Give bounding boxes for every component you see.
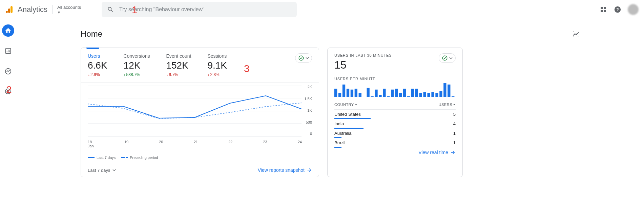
status-chip[interactable]	[439, 53, 456, 63]
users-cell: 5	[453, 112, 456, 117]
side-nav	[0, 19, 16, 219]
search-input[interactable]	[119, 6, 291, 13]
svg-rect-4	[604, 7, 606, 9]
svg-rect-52	[439, 91, 442, 97]
check-circle-icon	[298, 55, 304, 61]
insights-icon	[572, 30, 580, 38]
svg-rect-40	[391, 90, 394, 97]
svg-point-18	[573, 36, 574, 36]
svg-rect-5	[601, 10, 603, 12]
svg-rect-36	[375, 90, 377, 97]
chart-legend: Last 7 days Preceding period	[81, 151, 319, 163]
svg-point-25	[442, 56, 447, 60]
metric-tab-sessions[interactable]: Sessions 9.1K ↓2.3%	[207, 48, 227, 83]
users-cell: 1	[453, 131, 456, 136]
annotation-3: 3	[244, 63, 250, 74]
realtime-card: USERS IN LAST 30 MINUTES 15 USERS PER MI…	[327, 48, 463, 177]
metric-value: 6.6K	[88, 60, 107, 71]
header-actions: ?	[599, 4, 639, 15]
svg-rect-43	[403, 89, 406, 97]
svg-point-16	[573, 31, 574, 32]
svg-rect-29	[347, 89, 349, 97]
svg-rect-42	[399, 93, 402, 97]
view-reports-snapshot-link[interactable]: View reports snapshot	[258, 167, 312, 173]
metric-tab-users[interactable]: Users 6.6K ↓2.9%	[88, 48, 107, 83]
caret-down-icon	[112, 168, 116, 172]
status-chip[interactable]	[295, 53, 312, 63]
caret-down-icon	[449, 56, 453, 60]
date-range-picker[interactable]: Last 7 days	[88, 168, 116, 173]
svg-rect-48	[423, 92, 426, 97]
arrow-right-icon	[307, 167, 312, 173]
country-cell: Australia	[334, 131, 453, 136]
metric-label: Conversions	[124, 53, 150, 59]
help-icon[interactable]: ?	[614, 5, 622, 14]
metric-label: Sessions	[207, 53, 227, 59]
nav-home[interactable]	[2, 24, 14, 37]
account-picker[interactable]: All accounts ▼	[57, 5, 81, 14]
svg-rect-34	[367, 88, 369, 97]
metric-delta: ↓2.9%	[88, 72, 107, 77]
insights-button[interactable]	[564, 27, 580, 41]
svg-point-19	[299, 56, 304, 60]
x-axis-labels: 18Jan192021222324	[88, 140, 312, 148]
legend-preceding: Preceding period	[121, 156, 158, 160]
card-footer: Last 7 days View reports snapshot	[81, 163, 319, 177]
col-users[interactable]: USERS	[439, 103, 456, 107]
metric-label: Users	[88, 53, 107, 59]
svg-rect-47	[419, 93, 422, 97]
view-realtime-link[interactable]: View real time	[418, 150, 456, 155]
nav-explore[interactable]	[2, 65, 14, 77]
svg-rect-32	[359, 93, 361, 97]
arrow-down-icon: ↓	[166, 72, 168, 77]
svg-rect-0	[11, 6, 13, 13]
svg-rect-55	[452, 96, 454, 97]
home-icon	[5, 27, 12, 34]
metric-tab-events[interactable]: Event count 152K ↓9.7%	[166, 48, 191, 83]
table-header: COUNTRY USERS	[334, 100, 456, 110]
caret-down-icon	[355, 103, 357, 106]
sparkline-chart	[328, 83, 462, 97]
svg-rect-28	[342, 85, 345, 97]
arrow-down-icon: ↓	[207, 72, 209, 77]
svg-rect-49	[427, 93, 430, 97]
metric-tab-conversions[interactable]: Conversions 12K ↑538.7%	[124, 48, 150, 83]
search-bar[interactable]	[102, 2, 297, 17]
svg-rect-37	[379, 95, 381, 97]
cards-row: Users 6.6K ↓2.9% Conversions 12K ↑538.7%…	[81, 48, 580, 177]
metric-label: Event count	[166, 53, 191, 59]
svg-rect-41	[395, 89, 398, 97]
apps-icon[interactable]	[599, 5, 607, 14]
avatar[interactable]	[628, 4, 639, 15]
annotation-1: 1	[132, 4, 138, 16]
page-header: Home	[81, 27, 580, 41]
table-row: India4	[334, 119, 456, 129]
svg-rect-53	[443, 83, 446, 97]
nav-reports[interactable]	[2, 45, 14, 57]
arrow-down-icon: ↓	[88, 72, 90, 77]
svg-rect-51	[435, 93, 438, 97]
svg-point-2	[6, 11, 8, 13]
realtime-table: COUNTRY USERS United States5India4Austra…	[328, 97, 462, 148]
country-cell: Brazil	[334, 140, 453, 145]
svg-rect-54	[448, 85, 450, 97]
page-title: Home	[81, 29, 564, 39]
check-circle-icon	[442, 55, 448, 61]
sparkline-svg	[334, 83, 456, 97]
header-divider	[52, 5, 53, 14]
metric-value: 152K	[166, 60, 191, 71]
realtime-label: USERS IN LAST 30 MINUTES	[334, 53, 456, 57]
svg-rect-30	[351, 90, 353, 97]
table-row: Australia1	[334, 129, 456, 138]
analytics-logo-icon	[5, 5, 14, 14]
caret-down-icon: ▼	[57, 11, 81, 14]
svg-rect-45	[411, 89, 414, 97]
search-icon	[107, 6, 114, 13]
account-label: All accounts	[57, 5, 81, 10]
table-row: United States5	[334, 110, 456, 119]
bar-chart-icon	[5, 48, 12, 54]
caret-down-icon	[306, 56, 309, 60]
metric-tabs: Users 6.6K ↓2.9% Conversions 12K ↑538.7%…	[81, 48, 319, 83]
col-country[interactable]: COUNTRY	[334, 103, 439, 107]
users-cell: 4	[453, 121, 456, 126]
